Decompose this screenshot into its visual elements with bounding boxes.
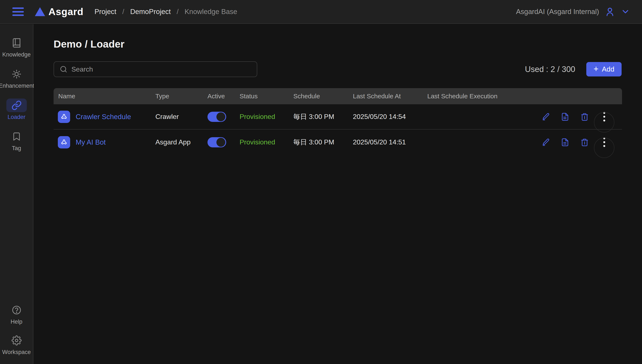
app-knot-icon [58, 136, 70, 148]
logo-triangle-icon [35, 7, 45, 16]
logo-text: Asgard [49, 6, 83, 18]
topbar: Asgard Project / DemoProject / Knowledge… [0, 0, 642, 24]
app-logo[interactable]: Asgard [35, 6, 83, 18]
sidebar-item-label: Enhancement [0, 82, 34, 89]
sidebar-item-label: Knowledge [2, 52, 31, 58]
add-button-label: Add [602, 65, 614, 73]
search-box[interactable] [54, 61, 257, 77]
column-header-last-schedule-at: Last Schedule At [353, 92, 427, 100]
table-row: My AI Bot Asgard App Provisioned 毎日 3:00… [54, 130, 622, 155]
breadcrumb-knowledge-base[interactable]: Knowledge Base [185, 8, 237, 16]
kebab-menu-icon[interactable] [598, 136, 610, 148]
sidebar-item-label: Loader [8, 114, 25, 120]
plus-icon: + [593, 64, 598, 73]
row-name-link[interactable]: My AI Bot [76, 138, 106, 146]
bookmark-icon [12, 132, 22, 142]
main-content: Demo / Loader Used : 2 / 300 + Add Name … [34, 24, 642, 364]
trash-icon[interactable] [579, 111, 590, 123]
active-toggle[interactable] [207, 137, 226, 148]
row-type: Asgard App [155, 138, 207, 146]
active-toggle[interactable] [207, 112, 226, 122]
sidebar-item-label: Workspace [2, 349, 31, 356]
edit-icon[interactable] [539, 111, 551, 123]
search-input[interactable] [71, 66, 251, 73]
sidebar-item-tag[interactable]: Tag [0, 130, 33, 152]
document-icon[interactable] [559, 136, 571, 148]
column-header-status: Status [239, 92, 293, 100]
hamburger-menu-icon[interactable] [12, 8, 24, 16]
table-row: Crawler Schedule Crawler Provisioned 毎日 … [54, 104, 622, 130]
row-schedule: 毎日 3:00 PM [293, 138, 353, 147]
table-header: Name Type Active Status Schedule Last Sc… [54, 88, 622, 104]
column-header-type: Type [155, 92, 207, 100]
column-header-name: Name [54, 92, 155, 100]
trash-icon[interactable] [579, 136, 590, 148]
add-button[interactable]: + Add [586, 62, 621, 76]
column-header-active: Active [207, 92, 239, 100]
sidebar-item-label: Tag [12, 145, 21, 152]
row-type: Crawler [155, 113, 207, 121]
breadcrumb-separator: / [122, 8, 124, 16]
app-knot-icon [58, 111, 70, 123]
question-circle-icon [12, 305, 22, 315]
breadcrumb: Project / DemoProject / Knowledge Base [94, 8, 237, 16]
row-last-schedule-at: 2025/05/20 14:54 [353, 113, 427, 121]
sidebar-item-loader[interactable]: Loader [0, 98, 33, 120]
page-title: Demo / Loader [54, 38, 642, 50]
sidebar-item-enhancement[interactable]: Enhancement [0, 67, 33, 89]
chevron-down-icon[interactable] [621, 7, 630, 16]
loader-table: Name Type Active Status Schedule Last Sc… [54, 88, 622, 155]
user-icon[interactable] [604, 6, 615, 17]
book-icon [12, 38, 22, 48]
sidebar-item-workspace[interactable]: Workspace [0, 334, 33, 356]
breadcrumb-project[interactable]: Project [94, 8, 116, 16]
account-label: AsgardAI (Asgard Internal) [516, 8, 599, 16]
sidebar-item-knowledge[interactable]: Knowledge [0, 36, 33, 58]
gear-icon [12, 335, 22, 346]
sidebar-item-label: Help [11, 318, 23, 325]
edit-icon[interactable] [539, 136, 551, 148]
row-status: Provisioned [239, 138, 293, 146]
column-header-schedule: Schedule [293, 92, 353, 100]
sidebar-item-help[interactable]: Help [0, 303, 33, 325]
sidebar: Knowledge Enhancement Loader [0, 24, 33, 364]
breadcrumb-separator: / [177, 8, 179, 16]
kebab-menu-icon[interactable] [598, 111, 610, 123]
row-name-link[interactable]: Crawler Schedule [76, 113, 131, 121]
link-icon [12, 100, 22, 110]
usage-counter: Used : 2 / 300 [525, 65, 575, 74]
document-icon[interactable] [559, 111, 571, 123]
row-status: Provisioned [239, 113, 293, 121]
row-last-schedule-at: 2025/05/20 14:51 [353, 138, 427, 146]
search-icon [60, 65, 68, 73]
row-schedule: 毎日 3:00 PM [293, 112, 353, 122]
breadcrumb-demoproject[interactable]: DemoProject [130, 8, 171, 16]
sun-icon [12, 69, 22, 79]
column-header-last-schedule-execution: Last Schedule Execution [427, 92, 522, 100]
